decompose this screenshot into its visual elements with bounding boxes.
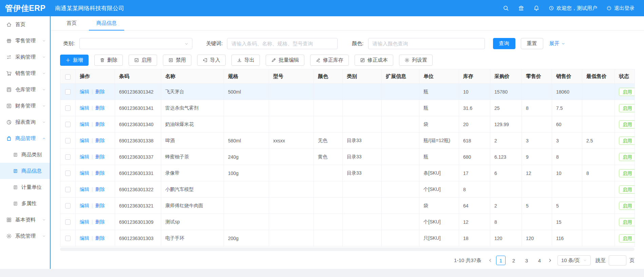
edit-link[interactable]: 编辑: [80, 219, 89, 224]
action-separator: |: [92, 154, 93, 159]
sidebar-item-0[interactable]: 首页: [0, 16, 50, 33]
row-checkbox[interactable]: [65, 219, 71, 225]
toolbar-button-5[interactable]: 导出: [231, 55, 260, 66]
tab-product-info-label: 商品信息: [96, 20, 117, 26]
delete-link[interactable]: 删除: [95, 105, 105, 111]
row-checkbox[interactable]: [65, 203, 71, 209]
sidebar-item-1[interactable]: 零售管理: [0, 33, 50, 49]
table-row: 编辑|删除6901236301341雷达杀虫气雾剂瓶31.62587.5启用: [60, 100, 635, 116]
row-checkbox[interactable]: [65, 187, 71, 192]
toolbar: 新增删除启用禁用导入导出批量编辑修正库存修正成本列设置: [60, 55, 635, 66]
row-checkbox[interactable]: [65, 171, 71, 176]
tab-home-label: 首页: [67, 20, 77, 26]
delete-link[interactable]: 删除: [95, 89, 105, 94]
page-button-1[interactable]: 1: [496, 256, 506, 265]
cell-min: [582, 198, 615, 214]
edit-link[interactable]: 编辑: [80, 235, 89, 241]
toolbar-button-0[interactable]: 新增: [60, 55, 89, 66]
next-page-icon[interactable]: [548, 258, 552, 263]
sidebar-item-8[interactable]: 商品类别: [0, 146, 50, 163]
delete-link[interactable]: 删除: [95, 219, 105, 224]
toolbar-button-6[interactable]: 批量编辑: [266, 55, 304, 66]
welcome-user[interactable]: 欢迎您，测试用户: [549, 5, 597, 12]
app-root: 管伊佳ERP 南通某某网络科技有限公司 欢迎您，测试用户 退出登录 首页零售管理…: [0, 0, 644, 269]
doc-icon: [13, 169, 18, 174]
category-select[interactable]: [79, 38, 192, 49]
edit-link[interactable]: 编辑: [80, 154, 89, 159]
edit-link[interactable]: 编辑: [80, 186, 89, 192]
plus-icon: [65, 58, 71, 63]
sidebar-item-5[interactable]: 财务管理: [0, 98, 50, 114]
grid-icon: [6, 217, 12, 223]
select-all-checkbox[interactable]: [65, 74, 71, 80]
sidebar-item-9[interactable]: 商品信息: [0, 163, 50, 179]
edit-link[interactable]: 编辑: [80, 105, 89, 111]
prev-page-icon[interactable]: [488, 258, 493, 263]
page-size-select[interactable]: 10 条/页: [557, 255, 591, 265]
table-row: 编辑|删除6901236301342飞天茅台500ml瓶101578018060…: [60, 84, 635, 100]
sidebar-item-3[interactable]: 销售管理: [0, 65, 50, 81]
cell-name: 啤酒: [161, 133, 224, 149]
page-button-3[interactable]: 3: [522, 256, 531, 265]
edit-link[interactable]: 编辑: [80, 203, 89, 208]
delete-link[interactable]: 删除: [95, 235, 105, 241]
sidebar-item-2[interactable]: 采购管理: [0, 49, 50, 65]
toolbar-button-2[interactable]: 启用: [129, 55, 157, 66]
sidebar-item-6[interactable]: 报表查询: [0, 114, 50, 130]
page-button-2[interactable]: 2: [509, 256, 518, 265]
edit-link[interactable]: 编辑: [80, 138, 89, 143]
edit-link[interactable]: 编辑: [80, 89, 89, 94]
tab-product-info[interactable]: 商品信息: [89, 16, 124, 30]
action-separator: |: [92, 219, 93, 224]
bell-icon[interactable]: [533, 5, 539, 11]
toolbar-button-3[interactable]: 禁用: [163, 55, 191, 66]
row-checkbox[interactable]: [65, 236, 71, 241]
status-badge: 启用: [619, 88, 635, 96]
sidebar-item-11[interactable]: 多属性: [0, 195, 50, 212]
sidebar-item-10[interactable]: 计量单位: [0, 179, 50, 195]
cell-category: 目录33: [343, 133, 382, 149]
delete-link[interactable]: 删除: [95, 170, 105, 176]
toolbar-button-8[interactable]: 修正成本: [355, 55, 393, 66]
delete-link[interactable]: 删除: [95, 121, 105, 127]
cell-retail: [522, 84, 552, 100]
toolbar-button-1[interactable]: 删除: [94, 55, 123, 66]
delete-link[interactable]: 删除: [95, 154, 105, 159]
chevron-down-icon: [561, 42, 565, 46]
logout-button[interactable]: 退出登录: [606, 5, 634, 12]
search-icon[interactable]: [503, 5, 509, 11]
delete-link[interactable]: 删除: [95, 203, 105, 208]
expand-link[interactable]: 展开: [549, 40, 565, 47]
column-header: 采购价: [490, 70, 522, 84]
cell-unit: 瓶: [419, 100, 459, 116]
bank-icon[interactable]: [518, 5, 524, 11]
color-input[interactable]: [368, 38, 485, 49]
row-checkbox[interactable]: [65, 89, 71, 95]
sidebar-item-12[interactable]: 基本资料: [0, 212, 50, 228]
horizontal-scrollbar[interactable]: [60, 248, 634, 251]
page-button-4[interactable]: 4: [535, 256, 544, 265]
jump-page-input[interactable]: [609, 255, 626, 265]
toolbar-button-4[interactable]: 导入: [197, 55, 226, 66]
edit-link[interactable]: 编辑: [80, 170, 89, 176]
tab-bar: 首页 商品信息: [51, 16, 644, 31]
sidebar-item-7[interactable]: 商品管理: [0, 130, 50, 146]
chevron-up-icon: [42, 137, 46, 140]
row-checkbox[interactable]: [65, 105, 71, 111]
delete-link[interactable]: 删除: [95, 186, 105, 192]
toolbar-button-9[interactable]: 列设置: [399, 55, 433, 66]
toolbar-button-7[interactable]: 修正库存: [310, 55, 349, 66]
row-checkbox[interactable]: [65, 122, 71, 127]
edit-link[interactable]: 编辑: [80, 121, 89, 127]
row-checkbox[interactable]: [65, 138, 71, 143]
sidebar-item-4[interactable]: 仓库管理: [0, 81, 50, 98]
cell-sale: 7.5: [552, 100, 582, 116]
delete-link[interactable]: 删除: [95, 138, 105, 143]
filter-bar: 类别: 关键词: 颜色: 查询 重置 展开: [60, 38, 635, 49]
tab-home[interactable]: 首页: [59, 16, 84, 30]
sidebar-item-13[interactable]: 系统管理: [0, 228, 50, 244]
search-button[interactable]: 查询: [493, 38, 515, 49]
keyword-input[interactable]: [227, 38, 338, 49]
reset-button[interactable]: 重置: [521, 38, 543, 49]
row-checkbox[interactable]: [65, 154, 71, 160]
